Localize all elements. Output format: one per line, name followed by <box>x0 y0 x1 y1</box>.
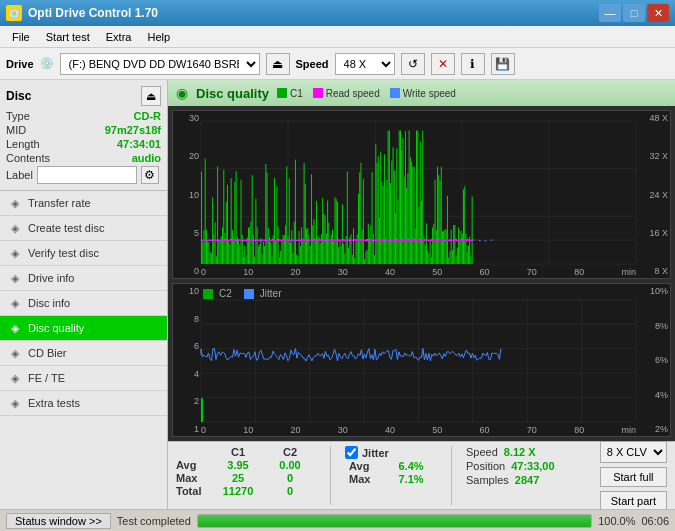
stats-divider-1 <box>330 446 331 505</box>
disc-panel-title: Disc <box>6 89 31 103</box>
stats-col-empty <box>176 446 212 458</box>
stats-avg-c1: 3.95 <box>212 459 264 471</box>
c2-x-labels: 0 10 20 30 40 50 60 70 80 min <box>201 425 636 436</box>
status-window-button[interactable]: Status window >> <box>6 513 111 529</box>
nav-items: ◈ Transfer rate ◈ Create test disc ◈ Ver… <box>0 191 167 509</box>
speed-label: Speed <box>296 58 329 70</box>
minimize-button[interactable]: — <box>599 4 621 22</box>
start-part-button[interactable]: Start part <box>600 491 667 510</box>
c2-label: C2 <box>219 288 232 299</box>
legend-c1-label: C1 <box>290 88 303 99</box>
main-content: Disc ⏏ Type CD-R MID 97m27s18f Length 47… <box>0 80 675 509</box>
window-controls: — □ ✕ <box>599 4 669 22</box>
jitter-max-label: Max <box>349 473 385 485</box>
c1-x-labels: 0 10 20 30 40 50 60 70 80 min <box>201 267 636 278</box>
sidebar-item-extra-tests[interactable]: ◈ Extra tests <box>0 391 167 416</box>
speed-row: Speed 8.12 X <box>466 446 555 458</box>
progress-bar <box>197 514 592 528</box>
title-bar-left: 💿 Opti Drive Control 1.70 <box>6 5 158 21</box>
disc-contents-label: Contents <box>6 152 50 164</box>
stats-max-row: Max 25 0 <box>176 472 316 484</box>
legend-read-label: Read speed <box>326 88 380 99</box>
speed-mode-select[interactable]: 8 X CLV <box>600 441 667 463</box>
drive-info-icon: ◈ <box>8 271 22 285</box>
speed-key: Speed <box>466 446 498 458</box>
toolbar: Drive 💿 (F:) BENQ DVD DD DW1640 BSRB ⏏ S… <box>0 48 675 80</box>
sidebar-item-fe-te[interactable]: ◈ FE / TE <box>0 366 167 391</box>
app-icon: 💿 <box>6 5 22 21</box>
menu-extra[interactable]: Extra <box>98 29 140 45</box>
action-controls: 8 X CLV Start full Start part <box>600 446 667 505</box>
position-key: Position <box>466 460 505 472</box>
speed-control-row: 8 X CLV <box>600 441 667 463</box>
speed-val: 8.12 X <box>504 446 536 458</box>
sidebar-item-verify-test-disc[interactable]: ◈ Verify test disc <box>0 241 167 266</box>
menu-start-test[interactable]: Start test <box>38 29 98 45</box>
sidebar-item-disc-quality[interactable]: ◈ Disc quality <box>0 316 167 341</box>
disc-label-input[interactable] <box>37 166 137 184</box>
sidebar-item-label: Extra tests <box>28 397 80 409</box>
progress-bar-fill <box>198 515 591 527</box>
c1-y-left-labels: 30 20 10 5 0 <box>173 111 201 278</box>
menu-help[interactable]: Help <box>139 29 178 45</box>
sidebar-item-label: Disc info <box>28 297 70 309</box>
disc-label-label: Label <box>6 169 33 181</box>
disc-quality-icon: ◈ <box>8 321 22 335</box>
c1-y-right-labels: 48 X 32 X 24 X 16 X 8 X <box>638 111 670 278</box>
label-settings-button[interactable]: ⚙ <box>141 166 159 184</box>
stats-avg-label: Avg <box>176 459 212 471</box>
legend-write-color <box>390 88 400 98</box>
c2-y-right-labels: 10% 8% 6% 4% 2% <box>638 284 670 436</box>
stats-avg-c2: 0.00 <box>264 459 316 471</box>
sidebar-item-cd-bier[interactable]: ◈ CD Bier <box>0 341 167 366</box>
disc-length-label: Length <box>6 138 40 150</box>
speed-select[interactable]: 48 X <box>335 53 395 75</box>
stats-bar: C1 C2 Avg 3.95 0.00 Max 25 0 Total 11270… <box>168 441 675 509</box>
disc-contents-row: Contents audio <box>6 152 161 164</box>
samples-val: 2847 <box>515 474 539 486</box>
jitter-checkbox[interactable] <box>345 446 358 459</box>
chart-header-icon: ◉ <box>176 85 188 101</box>
clear-button[interactable]: ✕ <box>431 53 455 75</box>
disc-mid-value: 97m27s18f <box>105 124 161 136</box>
eject-button[interactable]: ⏏ <box>266 53 290 75</box>
sidebar-item-drive-info[interactable]: ◈ Drive info <box>0 266 167 291</box>
info-button[interactable]: ℹ <box>461 53 485 75</box>
sidebar-item-transfer-rate[interactable]: ◈ Transfer rate <box>0 191 167 216</box>
disc-type-label: Type <box>6 110 30 122</box>
sidebar-item-disc-info[interactable]: ◈ Disc info <box>0 291 167 316</box>
save-button[interactable]: 💾 <box>491 53 515 75</box>
legend-c1: C1 <box>277 88 303 99</box>
stats-col-c1: C1 <box>212 446 264 458</box>
jitter-avg-val: 6.4% <box>385 460 437 472</box>
chart-header: ◉ Disc quality C1 Read speed Write speed <box>168 80 675 106</box>
create-test-disc-icon: ◈ <box>8 221 22 235</box>
drive-select[interactable]: (F:) BENQ DVD DD DW1640 BSRB <box>60 53 260 75</box>
samples-key: Samples <box>466 474 509 486</box>
sidebar-item-create-test-disc[interactable]: ◈ Create test disc <box>0 216 167 241</box>
window-title: Opti Drive Control 1.70 <box>28 6 158 20</box>
c1-canvas <box>173 111 670 278</box>
status-bar: Status window >> Test completed 100.0% 0… <box>0 509 675 531</box>
stats-total-c2: 0 <box>264 485 316 497</box>
start-full-button[interactable]: Start full <box>600 467 667 487</box>
stats-total-c1: 11270 <box>212 485 264 497</box>
c2-color-box <box>203 289 213 299</box>
disc-length-value: 47:34:01 <box>117 138 161 150</box>
menu-file[interactable]: File <box>4 29 38 45</box>
stats-avg-row: Avg 3.95 0.00 <box>176 459 316 471</box>
fe-te-icon: ◈ <box>8 371 22 385</box>
position-val: 47:33,00 <box>511 460 554 472</box>
sidebar-item-label: CD Bier <box>28 347 67 359</box>
sidebar: Disc ⏏ Type CD-R MID 97m27s18f Length 47… <box>0 80 168 509</box>
title-bar: 💿 Opti Drive Control 1.70 — □ ✕ <box>0 0 675 26</box>
progress-percent: 100.0% <box>598 515 635 527</box>
maximize-button[interactable]: □ <box>623 4 645 22</box>
disc-info-panel: Disc ⏏ Type CD-R MID 97m27s18f Length 47… <box>0 80 167 191</box>
jitter-header: Jitter <box>345 446 437 459</box>
close-button[interactable]: ✕ <box>647 4 669 22</box>
speed-stats: Speed 8.12 X Position 47:33,00 Samples 2… <box>466 446 555 505</box>
disc-eject-button[interactable]: ⏏ <box>141 86 161 106</box>
refresh-button[interactable]: ↺ <box>401 53 425 75</box>
stats-col-c2: C2 <box>264 446 316 458</box>
